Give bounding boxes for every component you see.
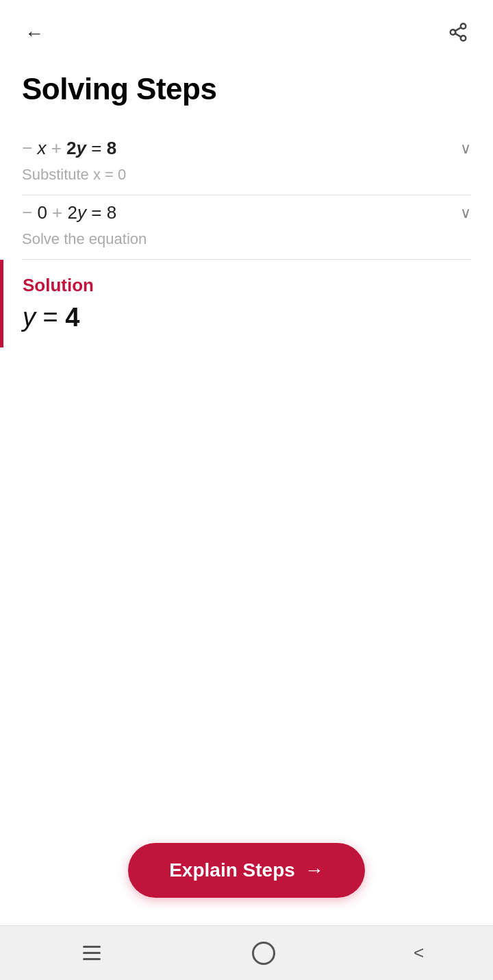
- equals-sign-2: =: [91, 202, 106, 223]
- step-2-block: − 0 + 2y = 8 ∨ Solve the equation: [0, 195, 493, 259]
- step-1-block: − x + 2y = 8 ∨ Substitute x = 0: [0, 131, 493, 195]
- x-var: x: [37, 138, 51, 158]
- coeff-2b: 2: [68, 202, 77, 223]
- step-2-equation: − 0 + 2y = 8: [22, 202, 116, 223]
- step-2-chevron-icon[interactable]: ∨: [460, 204, 471, 222]
- zero-val: 0: [37, 202, 52, 223]
- step-2-subtitle: Solve the equation: [22, 228, 471, 259]
- share-button[interactable]: [445, 19, 471, 47]
- explain-steps-label: Explain Steps: [169, 859, 295, 881]
- step-1-subtitle: Substitute x = 0: [22, 163, 471, 195]
- step-1-chevron-icon[interactable]: ∨: [460, 140, 471, 158]
- svg-line-3: [455, 34, 462, 37]
- top-bar: ←: [0, 0, 493, 58]
- coeff-2: 2: [66, 138, 76, 158]
- back-arrow-icon: ←: [25, 23, 44, 44]
- minus-sign: −: [22, 138, 32, 158]
- solution-block: Solution y = 4: [0, 260, 493, 347]
- solution-equals: =: [43, 303, 66, 332]
- plus-sign-2: +: [52, 202, 62, 223]
- y-var-2: y: [77, 202, 86, 223]
- plus-sign: +: [51, 138, 62, 158]
- page-title: Solving Steps: [0, 58, 493, 131]
- nav-home-button[interactable]: [252, 942, 275, 965]
- step-1-equation: − x + 2y = 8: [22, 138, 116, 159]
- nav-back-button[interactable]: <: [414, 942, 424, 964]
- svg-line-4: [455, 27, 462, 31]
- solution-number: 4: [65, 303, 79, 332]
- explain-steps-button[interactable]: Explain Steps →: [128, 843, 365, 898]
- explain-arrow-icon: →: [305, 859, 324, 881]
- nav-menu-button[interactable]: [69, 939, 114, 967]
- value-8b: 8: [107, 202, 116, 223]
- bottom-btn-area: Explain Steps →: [0, 826, 493, 925]
- y-solution-var: y: [23, 303, 36, 332]
- value-8: 8: [107, 138, 116, 158]
- step-1-row: − x + 2y = 8 ∨: [22, 131, 471, 163]
- equals-sign: =: [91, 138, 106, 158]
- back-button[interactable]: ←: [22, 20, 47, 47]
- solution-value: y = 4: [23, 303, 471, 332]
- share-icon: [448, 22, 468, 42]
- solution-label: Solution: [23, 275, 471, 296]
- step-2-row: − 0 + 2y = 8 ∨: [22, 195, 471, 228]
- spacer: [0, 347, 493, 826]
- minus-sign-2: −: [22, 202, 32, 223]
- nav-bar: <: [0, 925, 493, 980]
- y-var-bold: y: [77, 138, 86, 158]
